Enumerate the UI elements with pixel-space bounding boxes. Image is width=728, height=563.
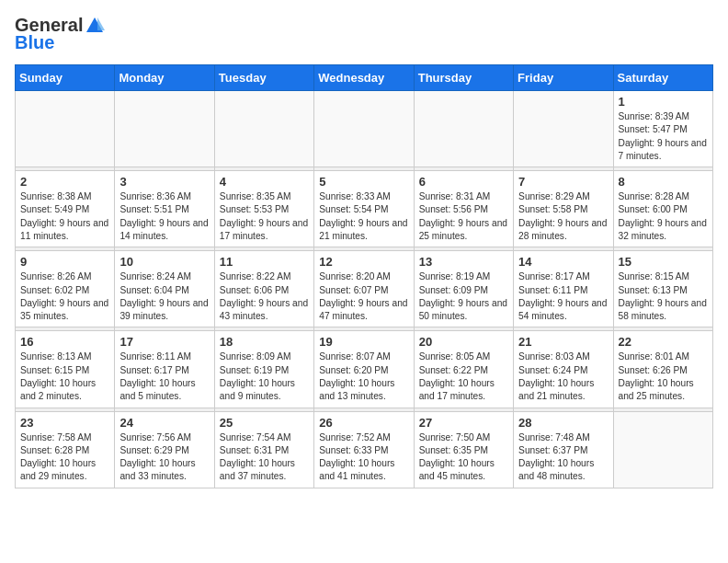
day-info: Sunrise: 8:33 AM Sunset: 5:54 PM Dayligh… <box>319 190 408 243</box>
calendar-cell <box>115 91 214 167</box>
day-number: 1 <box>619 95 708 109</box>
day-info: Sunrise: 7:50 AM Sunset: 6:35 PM Dayligh… <box>419 431 508 484</box>
day-info: Sunrise: 8:07 AM Sunset: 6:20 PM Dayligh… <box>319 350 408 403</box>
day-info: Sunrise: 8:17 AM Sunset: 6:11 PM Dayligh… <box>518 270 608 323</box>
calendar-cell: 15Sunrise: 8:15 AM Sunset: 6:13 PM Dayli… <box>613 251 712 327</box>
weekday-header-sunday: Sunday <box>16 65 115 91</box>
weekday-header-thursday: Thursday <box>414 65 513 91</box>
calendar-week-3: 9Sunrise: 8:26 AM Sunset: 6:02 PM Daylig… <box>16 251 713 327</box>
calendar-cell: 1Sunrise: 8:39 AM Sunset: 5:47 PM Daylig… <box>613 91 712 167</box>
day-info: Sunrise: 8:22 AM Sunset: 6:06 PM Dayligh… <box>220 270 309 323</box>
day-number: 12 <box>319 255 408 269</box>
day-number: 9 <box>20 255 109 269</box>
day-info: Sunrise: 8:09 AM Sunset: 6:19 PM Dayligh… <box>220 350 309 403</box>
calendar-cell <box>514 91 613 167</box>
day-info: Sunrise: 8:29 AM Sunset: 5:58 PM Dayligh… <box>518 190 608 243</box>
calendar-cell <box>214 91 313 167</box>
calendar-cell: 19Sunrise: 8:07 AM Sunset: 6:20 PM Dayli… <box>314 331 414 408</box>
day-number: 2 <box>20 175 109 189</box>
calendar-cell <box>314 91 414 167</box>
calendar-cell: 17Sunrise: 8:11 AM Sunset: 6:17 PM Dayli… <box>115 331 214 408</box>
calendar-week-1: 1Sunrise: 8:39 AM Sunset: 5:47 PM Daylig… <box>16 91 713 167</box>
day-info: Sunrise: 8:05 AM Sunset: 6:22 PM Dayligh… <box>419 350 508 403</box>
day-number: 8 <box>619 175 708 189</box>
day-info: Sunrise: 7:48 AM Sunset: 6:37 PM Dayligh… <box>518 431 608 484</box>
day-number: 28 <box>518 416 608 430</box>
day-info: Sunrise: 8:13 AM Sunset: 6:15 PM Dayligh… <box>20 350 109 403</box>
day-info: Sunrise: 8:36 AM Sunset: 5:51 PM Dayligh… <box>119 190 209 243</box>
day-info: Sunrise: 8:15 AM Sunset: 6:13 PM Dayligh… <box>619 270 708 323</box>
day-number: 17 <box>119 335 209 349</box>
calendar-cell: 25Sunrise: 7:54 AM Sunset: 6:31 PM Dayli… <box>214 411 313 488</box>
day-number: 18 <box>220 335 309 349</box>
day-number: 3 <box>119 175 209 189</box>
day-number: 20 <box>419 335 508 349</box>
calendar-cell: 23Sunrise: 7:58 AM Sunset: 6:28 PM Dayli… <box>16 411 115 488</box>
calendar-cell: 16Sunrise: 8:13 AM Sunset: 6:15 PM Dayli… <box>16 331 115 408</box>
day-info: Sunrise: 8:01 AM Sunset: 6:26 PM Dayligh… <box>619 350 708 403</box>
day-number: 25 <box>220 416 309 430</box>
day-number: 16 <box>20 335 109 349</box>
weekday-header-saturday: Saturday <box>613 65 712 91</box>
day-info: Sunrise: 7:56 AM Sunset: 6:29 PM Dayligh… <box>119 431 209 484</box>
calendar-cell: 7Sunrise: 8:29 AM Sunset: 5:58 PM Daylig… <box>514 171 613 247</box>
day-number: 26 <box>319 416 408 430</box>
calendar-cell: 18Sunrise: 8:09 AM Sunset: 6:19 PM Dayli… <box>214 331 313 408</box>
calendar-table: SundayMondayTuesdayWednesdayThursdayFrid… <box>15 64 713 488</box>
day-info: Sunrise: 8:26 AM Sunset: 6:02 PM Dayligh… <box>20 270 109 323</box>
logo-blue-text: Blue <box>15 32 54 53</box>
day-number: 14 <box>518 255 608 269</box>
calendar-cell: 11Sunrise: 8:22 AM Sunset: 6:06 PM Dayli… <box>214 251 313 327</box>
calendar-cell: 4Sunrise: 8:35 AM Sunset: 5:53 PM Daylig… <box>214 171 313 247</box>
day-number: 15 <box>619 255 708 269</box>
calendar-cell: 6Sunrise: 8:31 AM Sunset: 5:56 PM Daylig… <box>414 171 513 247</box>
day-number: 23 <box>20 416 109 430</box>
weekday-header-tuesday: Tuesday <box>214 65 313 91</box>
day-info: Sunrise: 8:28 AM Sunset: 6:00 PM Dayligh… <box>619 190 708 243</box>
calendar-cell: 5Sunrise: 8:33 AM Sunset: 5:54 PM Daylig… <box>314 171 414 247</box>
day-number: 4 <box>220 175 309 189</box>
page-header: General Blue <box>15 15 713 53</box>
weekday-header-row: SundayMondayTuesdayWednesdayThursdayFrid… <box>16 65 713 91</box>
calendar-cell: 8Sunrise: 8:28 AM Sunset: 6:00 PM Daylig… <box>613 171 712 247</box>
calendar-cell <box>414 91 513 167</box>
calendar-cell: 28Sunrise: 7:48 AM Sunset: 6:37 PM Dayli… <box>514 411 613 488</box>
calendar-cell: 24Sunrise: 7:56 AM Sunset: 6:29 PM Dayli… <box>115 411 214 488</box>
day-info: Sunrise: 8:35 AM Sunset: 5:53 PM Dayligh… <box>220 190 309 243</box>
day-info: Sunrise: 8:39 AM Sunset: 5:47 PM Dayligh… <box>619 110 708 163</box>
calendar-cell: 20Sunrise: 8:05 AM Sunset: 6:22 PM Dayli… <box>414 331 513 408</box>
weekday-header-monday: Monday <box>115 65 214 91</box>
day-info: Sunrise: 8:38 AM Sunset: 5:49 PM Dayligh… <box>20 190 109 243</box>
day-info: Sunrise: 7:52 AM Sunset: 6:33 PM Dayligh… <box>319 431 408 484</box>
calendar-cell: 21Sunrise: 8:03 AM Sunset: 6:24 PM Dayli… <box>514 331 613 408</box>
calendar-cell: 14Sunrise: 8:17 AM Sunset: 6:11 PM Dayli… <box>514 251 613 327</box>
day-number: 5 <box>319 175 408 189</box>
day-number: 22 <box>619 335 708 349</box>
day-info: Sunrise: 8:11 AM Sunset: 6:17 PM Dayligh… <box>119 350 209 403</box>
calendar-cell: 9Sunrise: 8:26 AM Sunset: 6:02 PM Daylig… <box>16 251 115 327</box>
day-info: Sunrise: 8:24 AM Sunset: 6:04 PM Dayligh… <box>119 270 209 323</box>
calendar-cell: 22Sunrise: 8:01 AM Sunset: 6:26 PM Dayli… <box>613 331 712 408</box>
calendar-cell: 13Sunrise: 8:19 AM Sunset: 6:09 PM Dayli… <box>414 251 513 327</box>
day-info: Sunrise: 8:31 AM Sunset: 5:56 PM Dayligh… <box>419 190 508 243</box>
day-number: 7 <box>518 175 608 189</box>
weekday-header-wednesday: Wednesday <box>314 65 414 91</box>
day-info: Sunrise: 8:19 AM Sunset: 6:09 PM Dayligh… <box>419 270 508 323</box>
calendar-cell: 2Sunrise: 8:38 AM Sunset: 5:49 PM Daylig… <box>16 171 115 247</box>
calendar-cell: 27Sunrise: 7:50 AM Sunset: 6:35 PM Dayli… <box>414 411 513 488</box>
day-info: Sunrise: 8:20 AM Sunset: 6:07 PM Dayligh… <box>319 270 408 323</box>
calendar-cell: 26Sunrise: 7:52 AM Sunset: 6:33 PM Dayli… <box>314 411 414 488</box>
calendar-cell <box>613 411 712 488</box>
day-number: 27 <box>419 416 508 430</box>
svg-marker-1 <box>97 17 105 30</box>
calendar-week-2: 2Sunrise: 8:38 AM Sunset: 5:49 PM Daylig… <box>16 171 713 247</box>
calendar-week-4: 16Sunrise: 8:13 AM Sunset: 6:15 PM Dayli… <box>16 331 713 408</box>
day-number: 6 <box>419 175 508 189</box>
calendar-cell: 3Sunrise: 8:36 AM Sunset: 5:51 PM Daylig… <box>115 171 214 247</box>
day-number: 11 <box>220 255 309 269</box>
day-number: 10 <box>119 255 209 269</box>
calendar-cell: 12Sunrise: 8:20 AM Sunset: 6:07 PM Dayli… <box>314 251 414 327</box>
day-info: Sunrise: 7:54 AM Sunset: 6:31 PM Dayligh… <box>220 431 309 484</box>
weekday-header-friday: Friday <box>514 65 613 91</box>
day-info: Sunrise: 8:03 AM Sunset: 6:24 PM Dayligh… <box>518 350 608 403</box>
